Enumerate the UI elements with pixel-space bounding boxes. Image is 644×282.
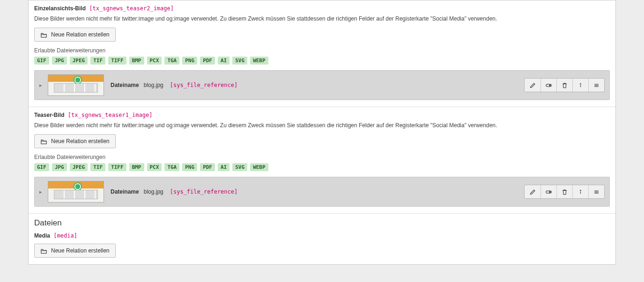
info-icon bbox=[577, 82, 584, 89]
filename-label: Dateiname bbox=[111, 82, 139, 88]
file-ref-tech: [sys_file_reference] bbox=[170, 188, 238, 195]
trash-icon bbox=[561, 82, 568, 89]
file-thumbnail bbox=[48, 74, 104, 96]
file-ext-tag: WEBP bbox=[250, 163, 268, 171]
filename-value: blog.jpg bbox=[144, 188, 163, 195]
file-ext-tag: PDF bbox=[200, 57, 215, 65]
file-ext-tag: GIF bbox=[34, 57, 49, 65]
field-description: Diese Bilder werden nicht mehr für twitt… bbox=[34, 14, 610, 23]
file-ext-tag: BMP bbox=[129, 57, 144, 65]
toggle-visibility-button[interactable] bbox=[540, 185, 556, 198]
form-panel: Einzelansichts-Bild [tx_sgnews_teaser2_i… bbox=[28, 0, 616, 265]
image-field-section: Einzelansichts-Bild [tx_sgnews_teaser2_i… bbox=[29, 0, 615, 107]
file-ext-tag: JPEG bbox=[70, 163, 88, 171]
files-section: Dateien Media [media] Neue Relation erst… bbox=[29, 213, 615, 264]
media-tech-name: [media] bbox=[53, 232, 77, 239]
file-ext-tag: JPEG bbox=[70, 57, 88, 65]
field-tech-name: [tx_sgnews_teaser1_image] bbox=[68, 112, 153, 118]
file-ext-tag: BMP bbox=[129, 163, 144, 171]
file-ext-tag: AI bbox=[218, 163, 229, 171]
expand-toggle[interactable]: ▸ bbox=[39, 82, 45, 88]
file-ext-tag: TGA bbox=[164, 57, 179, 65]
field-tech-name: [tx_sgnews_teaser2_image] bbox=[89, 5, 174, 12]
folder-open-icon bbox=[40, 32, 47, 38]
info-button[interactable] bbox=[572, 79, 588, 92]
files-heading: Dateien bbox=[34, 218, 610, 228]
trash-icon bbox=[561, 188, 568, 195]
file-ref-tech: [sys_file_reference] bbox=[170, 82, 238, 88]
file-ext-tag: SVG bbox=[232, 163, 247, 171]
file-reference-card: ▸ Dateiname blog.jpg [sys_file_reference… bbox=[34, 70, 610, 100]
image-field-section: Teaser-Bild [tx_sgnews_teaser1_image] Di… bbox=[29, 107, 615, 213]
file-ext-tag: PCX bbox=[147, 163, 162, 171]
file-ext-tag: JPG bbox=[52, 163, 67, 171]
create-relation-button[interactable]: Neue Relation erstellen bbox=[34, 28, 116, 42]
media-title: Media bbox=[34, 232, 50, 239]
file-ext-tag: TIF bbox=[90, 163, 105, 171]
file-ext-tag: JPG bbox=[52, 57, 67, 65]
hamburger-icon bbox=[593, 188, 600, 195]
create-relation-button[interactable]: Neue Relation erstellen bbox=[34, 244, 116, 258]
file-ext-tag: PDF bbox=[200, 163, 215, 171]
toggle-icon bbox=[545, 188, 552, 195]
create-relation-label: Neue Relation erstellen bbox=[51, 31, 110, 38]
create-relation-button[interactable]: Neue Relation erstellen bbox=[34, 134, 116, 148]
toggle-visibility-button[interactable] bbox=[540, 79, 556, 92]
svg-point-5 bbox=[580, 190, 581, 191]
file-action-toolbar bbox=[524, 78, 605, 92]
file-ext-tag: WEBP bbox=[250, 57, 268, 65]
filename-label: Dateiname bbox=[111, 188, 139, 195]
file-ext-tag: GIF bbox=[34, 163, 49, 171]
file-ext-tag: TIF bbox=[90, 57, 105, 65]
edit-button[interactable] bbox=[525, 185, 540, 198]
file-ext-tag: PNG bbox=[182, 57, 197, 65]
create-relation-label: Neue Relation erstellen bbox=[51, 247, 110, 254]
file-ext-tag: AI bbox=[218, 57, 229, 65]
field-title: Einzelansichts-Bild bbox=[34, 5, 86, 12]
file-ext-tag: TIFF bbox=[108, 163, 126, 171]
file-action-toolbar bbox=[524, 185, 605, 199]
create-relation-label: Neue Relation erstellen bbox=[51, 138, 110, 145]
toggle-icon bbox=[545, 82, 552, 89]
expand-toggle[interactable]: ▸ bbox=[39, 189, 45, 195]
hamburger-icon bbox=[593, 82, 600, 89]
folder-open-icon bbox=[40, 138, 47, 145]
file-ext-tag: TIFF bbox=[108, 57, 126, 65]
folder-open-icon bbox=[40, 248, 47, 254]
file-ext-tag: PNG bbox=[182, 163, 197, 171]
info-button[interactable] bbox=[572, 185, 588, 198]
pencil-icon bbox=[529, 188, 536, 195]
allowed-ext-label: Erlaubte Dateierweiterungen bbox=[34, 47, 610, 54]
filename-value: blog.jpg bbox=[144, 82, 163, 88]
file-thumbnail bbox=[48, 181, 104, 202]
delete-button[interactable] bbox=[556, 185, 572, 198]
delete-button[interactable] bbox=[556, 79, 572, 92]
svg-point-4 bbox=[549, 191, 551, 193]
allowed-ext-list: GIFJPGJPEGTIFTIFFBMPPCXTGAPNGPDFAISVGWEB… bbox=[34, 163, 610, 171]
svg-point-2 bbox=[580, 83, 581, 84]
info-icon bbox=[577, 188, 584, 195]
file-ext-tag: PCX bbox=[147, 57, 162, 65]
edit-button[interactable] bbox=[525, 79, 540, 92]
drag-handle[interactable] bbox=[588, 185, 604, 198]
file-ext-tag: SVG bbox=[232, 57, 247, 65]
svg-point-1 bbox=[549, 84, 551, 86]
allowed-ext-label: Erlaubte Dateierweiterungen bbox=[34, 154, 610, 160]
file-ext-tag: TGA bbox=[164, 163, 179, 171]
field-title: Teaser-Bild bbox=[34, 112, 64, 118]
file-reference-card: ▸ Dateiname blog.jpg [sys_file_reference… bbox=[34, 177, 610, 207]
allowed-ext-list: GIFJPGJPEGTIFTIFFBMPPCXTGAPNGPDFAISVGWEB… bbox=[34, 57, 610, 65]
drag-handle[interactable] bbox=[588, 79, 604, 92]
pencil-icon bbox=[529, 82, 536, 89]
field-description: Diese Bilder werden nicht mehr für twitt… bbox=[34, 121, 610, 130]
